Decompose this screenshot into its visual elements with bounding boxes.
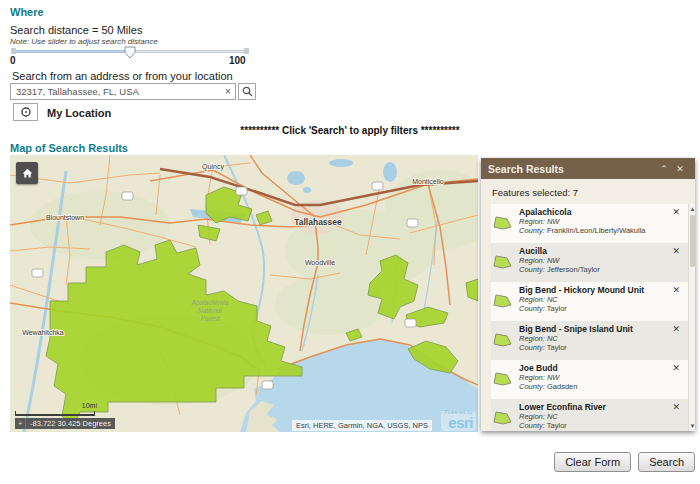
map-label-forest-2: National: [198, 307, 222, 314]
scroll-down-icon[interactable]: ▼: [689, 423, 696, 429]
map-label-forest-3: Forest: [201, 315, 221, 322]
result-name: Apalachicola: [519, 207, 664, 217]
county-label: County:: [519, 343, 545, 352]
region-value: NW: [547, 373, 560, 382]
results-scrollbar[interactable]: ▲ ▼: [688, 204, 695, 431]
area-polygon-icon: [493, 332, 513, 347]
result-item[interactable]: Big Bend - Snipe Island Unit Region: NC …: [491, 321, 688, 360]
region-value: NC: [547, 295, 558, 304]
map-label-forest-1: Apalachicola: [191, 299, 229, 307]
clear-form-button[interactable]: Clear Form: [554, 452, 631, 472]
geolocate-icon: [20, 106, 32, 118]
remove-result-icon[interactable]: ✕: [672, 363, 680, 373]
address-clear-icon[interactable]: ×: [221, 84, 235, 99]
county-label: County:: [519, 226, 545, 235]
my-location-button[interactable]: [13, 103, 38, 121]
basemap: Quincy Monticello Tallahassee Woodville …: [10, 155, 478, 432]
county-value: Taylor: [547, 421, 567, 430]
apply-filters-notice: ********** Click 'Search' to apply filte…: [0, 125, 700, 136]
map-label-woodville: Woodville: [305, 259, 335, 266]
page: Where Search distance = 50 Miles Note: U…: [0, 0, 700, 484]
form-actions: Clear Form Search: [554, 452, 695, 472]
slider-max-label: 100: [229, 55, 246, 66]
map-coordinates-badge: + -83.722 30.425 Degrees: [15, 418, 115, 429]
esri-logo-text: esri: [444, 415, 473, 430]
where-section-title: Where: [10, 6, 44, 18]
remove-result-icon[interactable]: ✕: [672, 402, 680, 412]
home-icon: [21, 167, 34, 180]
scroll-up-icon[interactable]: ▲: [689, 206, 696, 212]
address-label: Search from an address or from your loca…: [12, 70, 233, 82]
map-section-title: Map of Search Results: [10, 142, 128, 154]
map-label-wewahitchka: Wewahitchka: [22, 329, 64, 336]
my-location-label: My Location: [47, 107, 111, 119]
map-label-quincy: Quincy: [202, 163, 224, 171]
slider-right-tick: [244, 48, 249, 54]
magnifier-icon: [242, 86, 253, 97]
map-scale-label: 10mi: [82, 402, 97, 409]
map-attribution: Esri, HERE, Garmin, NGA, USGS, NPS: [292, 420, 432, 431]
area-polygon-icon: [493, 215, 513, 230]
map-coordinates-text: -83.722 30.425 Degrees: [26, 418, 115, 429]
result-item[interactable]: Lower Econfina River Region: NC County: …: [491, 399, 688, 431]
slider-fill: [12, 50, 130, 53]
address-input[interactable]: [10, 83, 236, 100]
result-name: Joe Budd: [519, 363, 664, 373]
region-label: Region:: [519, 373, 545, 382]
remove-result-icon[interactable]: ✕: [672, 324, 680, 334]
region-value: NC: [547, 412, 558, 421]
result-name: Lower Econfina River: [519, 402, 664, 412]
panel-collapse-icon[interactable]: ⌃: [656, 162, 672, 176]
result-name: Big Bend - Snipe Island Unit: [519, 324, 664, 334]
county-value: Taylor: [547, 304, 567, 313]
search-results-title: Search Results: [488, 163, 656, 175]
region-label: Region:: [519, 295, 545, 304]
features-selected-text: Features selected: 7: [481, 179, 695, 204]
slider-left-tick: [11, 48, 16, 54]
slider-handle[interactable]: [124, 45, 136, 58]
esri-logo: Powered by esri: [441, 411, 476, 432]
region-label: Region:: [519, 217, 545, 226]
region-value: NW: [547, 256, 560, 265]
county-value: Franklin/Leon/Liberty/Wakulla: [547, 226, 646, 235]
area-polygon-icon: [493, 371, 513, 386]
slider-min-label: 0: [10, 55, 16, 66]
result-item[interactable]: Aucilla Region: NW County: Jefferson/Tay…: [491, 243, 688, 282]
distance-slider[interactable]: [12, 45, 248, 58]
map-label-tallahassee: Tallahassee: [294, 217, 342, 227]
panel-close-icon[interactable]: ✕: [672, 162, 688, 176]
address-search-button[interactable]: [238, 83, 256, 100]
scrollbar-thumb[interactable]: [690, 215, 695, 267]
region-value: NW: [547, 217, 560, 226]
result-item[interactable]: Joe Budd Region: NW County: Gadsden View…: [491, 360, 688, 399]
result-item[interactable]: Apalachicola Region: NW County: Franklin…: [491, 204, 688, 243]
map-label-blountstown: Blountstown: [46, 214, 84, 221]
area-polygon-icon: [493, 293, 513, 308]
county-value: Taylor: [547, 343, 567, 352]
result-name: Big Bend - Hickory Mound Unit: [519, 285, 664, 295]
county-label: County:: [519, 421, 545, 430]
search-button[interactable]: Search: [638, 452, 695, 472]
search-results-panel: Search Results ⌃ ✕ Features selected: 7 …: [481, 158, 695, 431]
remove-result-icon[interactable]: ✕: [672, 246, 680, 256]
remove-result-icon[interactable]: ✕: [672, 207, 680, 217]
slider-handle-icon: [124, 46, 136, 59]
map-scale-bar: 10mi: [15, 411, 95, 416]
map-home-button[interactable]: [16, 162, 38, 184]
remove-result-icon[interactable]: ✕: [672, 285, 680, 295]
county-value: Gadsden: [547, 382, 577, 391]
region-label: Region:: [519, 334, 545, 343]
search-distance-text: Search distance = 50 Miles: [10, 24, 142, 36]
county-label: County:: [519, 382, 545, 391]
area-polygon-icon: [493, 254, 513, 269]
map-canvas[interactable]: Quincy Monticello Tallahassee Woodville …: [10, 155, 478, 432]
region-label: Region:: [519, 256, 545, 265]
results-list: Apalachicola Region: NW County: Franklin…: [491, 204, 688, 431]
result-item[interactable]: Big Bend - Hickory Mound Unit Region: NC…: [491, 282, 688, 321]
county-label: County:: [519, 265, 545, 274]
result-name: Aucilla: [519, 246, 664, 256]
county-label: County:: [519, 304, 545, 313]
coordinate-mode-button[interactable]: +: [15, 418, 26, 429]
region-label: Region:: [519, 412, 545, 421]
map-label-monticello: Monticello: [412, 178, 444, 185]
